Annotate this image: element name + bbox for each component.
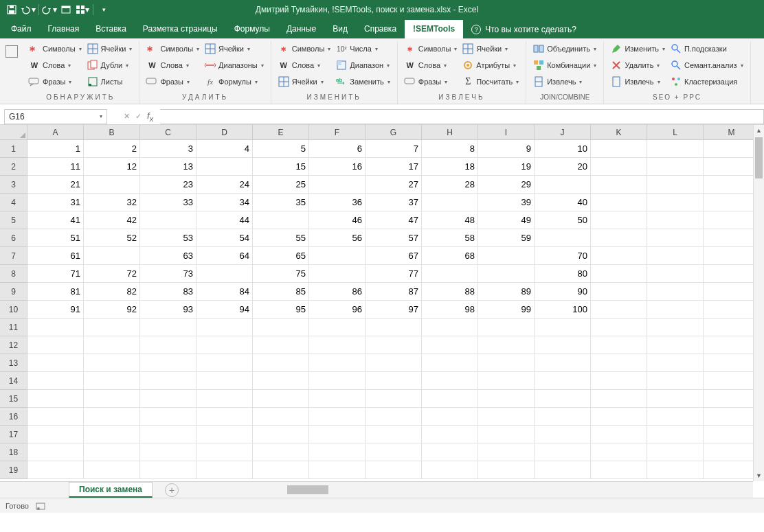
cell-A9[interactable]: 81 (27, 283, 84, 301)
seo-suggestions[interactable]: П.подсказки (668, 41, 746, 56)
cell-A11[interactable] (27, 319, 84, 336)
tab-file[interactable]: Файл (3, 20, 40, 38)
cell-I11[interactable] (478, 319, 535, 336)
extract-count[interactable]: ΣПосчитать▾ (460, 74, 521, 89)
sheet-tab-active[interactable]: Поиск и замена (69, 482, 153, 498)
cell-M6[interactable] (704, 229, 760, 247)
cell-L10[interactable] (647, 301, 704, 319)
cell-E2[interactable]: 15 (253, 158, 309, 176)
cell-D3[interactable]: 24 (196, 176, 253, 194)
cancel-formula[interactable]: ✕ (124, 112, 130, 121)
cell-E7[interactable]: 65 (253, 247, 309, 265)
cell-M5[interactable] (704, 211, 760, 229)
formula-input[interactable] (160, 109, 764, 124)
cell-B16[interactable] (84, 408, 140, 426)
cell-J19[interactable] (535, 461, 591, 479)
cell-C3[interactable]: 23 (140, 176, 196, 194)
cell-F7[interactable] (309, 247, 366, 265)
scroll-up[interactable]: ▲ (754, 125, 764, 136)
cell-M17[interactable] (704, 426, 760, 443)
cell-D16[interactable] (196, 408, 253, 426)
cell-K13[interactable] (591, 354, 647, 372)
cell-F16[interactable] (309, 408, 366, 426)
cell-L4[interactable] (647, 194, 704, 211)
cell-M1[interactable] (704, 140, 760, 158)
cell-G14[interactable] (366, 372, 422, 390)
cell-G4[interactable]: 37 (366, 194, 422, 211)
tab-semtools[interactable]: !SEMTools (405, 20, 463, 38)
cell-L6[interactable] (647, 229, 704, 247)
cell-L8[interactable] (647, 265, 704, 283)
cell-H4[interactable] (422, 194, 478, 211)
change-numbers[interactable]: 10²Числа▾ (333, 41, 392, 56)
extract-attributes[interactable]: Атрибуты▾ (460, 58, 521, 73)
cell-E18[interactable] (253, 443, 309, 461)
cell-I17[interactable] (478, 426, 535, 443)
cell-B17[interactable] (84, 426, 140, 443)
cell-I6[interactable]: 59 (478, 229, 535, 247)
col-header-F[interactable]: F (309, 125, 366, 140)
cell-E13[interactable] (253, 354, 309, 372)
cell-F19[interactable] (309, 461, 366, 479)
cell-H10[interactable]: 98 (422, 301, 478, 319)
cell-G12[interactable] (366, 336, 422, 354)
col-header-B[interactable]: B (84, 125, 140, 140)
cell-D6[interactable]: 54 (196, 229, 253, 247)
cell-L5[interactable] (647, 211, 704, 229)
cell-L9[interactable] (647, 283, 704, 301)
cell-A8[interactable]: 71 (27, 265, 84, 283)
cell-I15[interactable] (478, 390, 535, 408)
cell-F12[interactable] (309, 336, 366, 354)
cell-G5[interactable]: 47 (366, 211, 422, 229)
cell-E14[interactable] (253, 372, 309, 390)
detect-sheets[interactable]: Листы (85, 74, 135, 89)
cell-E6[interactable]: 55 (253, 229, 309, 247)
cell-M13[interactable] (704, 354, 760, 372)
cell-M7[interactable] (704, 247, 760, 265)
cell-F11[interactable] (309, 319, 366, 336)
tab-insert[interactable]: Вставка (87, 20, 135, 38)
cell-A17[interactable] (27, 426, 84, 443)
change-cells[interactable]: Ячейки▾ (276, 74, 334, 89)
tab-data[interactable]: Данные (278, 20, 324, 38)
cell-M18[interactable] (704, 443, 760, 461)
cell-F4[interactable]: 36 (309, 194, 366, 211)
cell-H17[interactable] (422, 426, 478, 443)
row-header-15[interactable]: 15 (0, 390, 27, 408)
cell-C12[interactable] (140, 336, 196, 354)
cell-A4[interactable]: 31 (27, 194, 84, 211)
cell-K3[interactable] (591, 176, 647, 194)
cell-K5[interactable] (591, 211, 647, 229)
cell-C17[interactable] (140, 426, 196, 443)
vertical-scrollbar[interactable]: ▲ ▼ (753, 125, 764, 481)
tell-me-search[interactable]: ? Что вы хотите сделать? (463, 21, 585, 38)
cell-E19[interactable] (253, 461, 309, 479)
cell-C8[interactable]: 73 (140, 265, 196, 283)
cell-C19[interactable] (140, 461, 196, 479)
cell-F13[interactable] (309, 354, 366, 372)
cell-M12[interactable] (704, 336, 760, 354)
cell-C15[interactable] (140, 390, 196, 408)
detect-cells[interactable]: Ячейки▾ (85, 41, 135, 56)
cell-A12[interactable] (27, 336, 84, 354)
detect-phrases[interactable]: Фразы▾ (26, 74, 85, 89)
cell-J8[interactable]: 80 (535, 265, 591, 283)
col-header-L[interactable]: L (647, 125, 704, 140)
cell-C6[interactable]: 53 (140, 229, 196, 247)
row-header-5[interactable]: 5 (0, 211, 27, 229)
cell-B19[interactable] (84, 461, 140, 479)
cell-H3[interactable]: 28 (422, 176, 478, 194)
cell-F5[interactable]: 46 (309, 211, 366, 229)
cell-I4[interactable]: 39 (478, 194, 535, 211)
cell-A14[interactable] (27, 372, 84, 390)
cell-I12[interactable] (478, 336, 535, 354)
cell-B5[interactable]: 42 (84, 211, 140, 229)
row-header-1[interactable]: 1 (0, 140, 27, 158)
cell-D8[interactable] (196, 265, 253, 283)
cell-H18[interactable] (422, 443, 478, 461)
cell-M3[interactable] (704, 176, 760, 194)
cell-A15[interactable] (27, 390, 84, 408)
cell-J18[interactable] (535, 443, 591, 461)
cell-B8[interactable]: 72 (84, 265, 140, 283)
cell-J1[interactable]: 10 (535, 140, 591, 158)
